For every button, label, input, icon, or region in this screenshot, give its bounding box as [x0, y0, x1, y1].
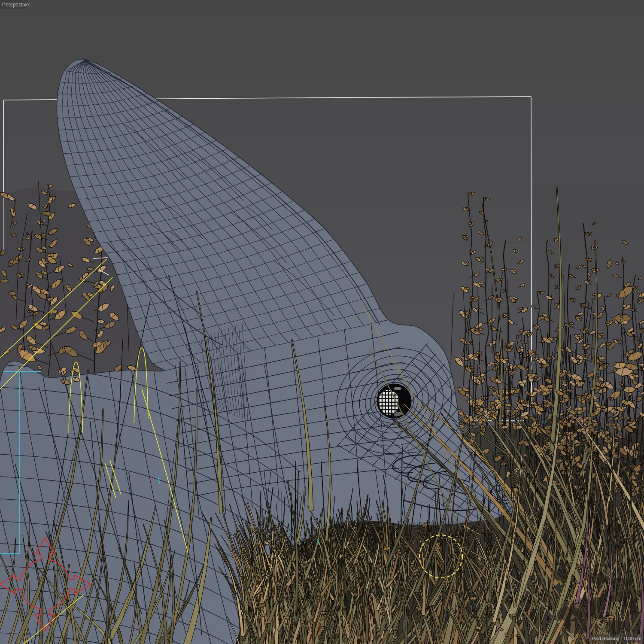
svg-text:Perspective: Perspective	[2, 2, 29, 8]
svg-text:Grid Spacing : 1000 cm: Grid Spacing : 1000 cm	[592, 636, 641, 641]
